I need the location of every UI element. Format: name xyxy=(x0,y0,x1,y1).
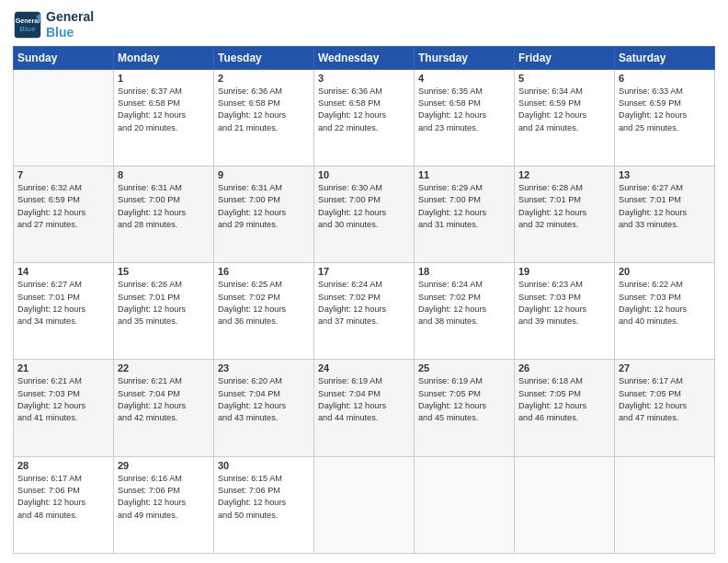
day-number: 14 xyxy=(17,266,109,277)
day-info: Sunrise: 6:21 AM Sunset: 7:03 PM Dayligh… xyxy=(17,375,109,424)
day-number: 5 xyxy=(518,73,610,84)
calendar-week-1: 1Sunrise: 6:37 AM Sunset: 6:58 PM Daylig… xyxy=(14,69,715,166)
calendar-cell: 5Sunrise: 6:34 AM Sunset: 6:59 PM Daylig… xyxy=(515,69,615,166)
calendar-cell: 19Sunrise: 6:23 AM Sunset: 7:03 PM Dayli… xyxy=(515,263,615,360)
day-number: 24 xyxy=(318,362,410,373)
day-number: 12 xyxy=(518,169,610,180)
day-number: 27 xyxy=(619,362,711,373)
calendar-cell: 9Sunrise: 6:31 AM Sunset: 7:00 PM Daylig… xyxy=(214,166,314,262)
calendar-cell: 22Sunrise: 6:21 AM Sunset: 7:04 PM Dayli… xyxy=(114,360,214,456)
header: General Blue General Blue xyxy=(13,9,715,40)
day-info: Sunrise: 6:15 AM Sunset: 7:06 PM Dayligh… xyxy=(218,473,310,522)
day-number: 7 xyxy=(17,169,109,180)
calendar-cell: 4Sunrise: 6:35 AM Sunset: 6:58 PM Daylig… xyxy=(415,69,515,166)
calendar-cell: 30Sunrise: 6:15 AM Sunset: 7:06 PM Dayli… xyxy=(214,456,314,553)
calendar-cell: 29Sunrise: 6:16 AM Sunset: 7:06 PM Dayli… xyxy=(114,456,214,553)
calendar-week-4: 21Sunrise: 6:21 AM Sunset: 7:03 PM Dayli… xyxy=(14,360,715,456)
calendar-week-5: 28Sunrise: 6:17 AM Sunset: 7:06 PM Dayli… xyxy=(14,456,715,553)
calendar-cell: 21Sunrise: 6:21 AM Sunset: 7:03 PM Dayli… xyxy=(14,360,114,456)
calendar-cell: 13Sunrise: 6:27 AM Sunset: 7:01 PM Dayli… xyxy=(615,166,715,262)
calendar-cell: 28Sunrise: 6:17 AM Sunset: 7:06 PM Dayli… xyxy=(14,456,114,553)
calendar-cell xyxy=(314,456,415,553)
calendar-week-2: 7Sunrise: 6:32 AM Sunset: 6:59 PM Daylig… xyxy=(14,166,715,262)
calendar-cell: 1Sunrise: 6:37 AM Sunset: 6:58 PM Daylig… xyxy=(114,69,214,166)
day-info: Sunrise: 6:19 AM Sunset: 7:05 PM Dayligh… xyxy=(418,375,510,424)
day-number: 11 xyxy=(418,169,510,180)
calendar-cell: 12Sunrise: 6:28 AM Sunset: 7:01 PM Dayli… xyxy=(515,166,615,262)
day-info: Sunrise: 6:18 AM Sunset: 7:05 PM Dayligh… xyxy=(518,375,610,424)
calendar-cell: 24Sunrise: 6:19 AM Sunset: 7:04 PM Dayli… xyxy=(314,360,415,456)
day-info: Sunrise: 6:35 AM Sunset: 6:58 PM Dayligh… xyxy=(418,86,510,134)
day-info: Sunrise: 6:30 AM Sunset: 7:00 PM Dayligh… xyxy=(318,182,410,231)
day-info: Sunrise: 6:36 AM Sunset: 6:58 PM Dayligh… xyxy=(218,86,310,134)
calendar-cell: 8Sunrise: 6:31 AM Sunset: 7:00 PM Daylig… xyxy=(114,166,214,262)
calendar-cell: 14Sunrise: 6:27 AM Sunset: 7:01 PM Dayli… xyxy=(14,263,114,360)
logo-icon: General Blue xyxy=(13,10,42,40)
day-info: Sunrise: 6:37 AM Sunset: 6:58 PM Dayligh… xyxy=(118,86,210,134)
day-number: 3 xyxy=(318,73,410,84)
day-info: Sunrise: 6:28 AM Sunset: 7:01 PM Dayligh… xyxy=(518,182,610,231)
day-info: Sunrise: 6:32 AM Sunset: 6:59 PM Dayligh… xyxy=(17,182,109,231)
calendar-cell: 23Sunrise: 6:20 AM Sunset: 7:04 PM Dayli… xyxy=(214,360,314,456)
day-info: Sunrise: 6:19 AM Sunset: 7:04 PM Dayligh… xyxy=(318,375,410,424)
calendar-cell xyxy=(615,456,715,553)
logo: General Blue General Blue xyxy=(13,9,94,40)
calendar-cell: 2Sunrise: 6:36 AM Sunset: 6:58 PM Daylig… xyxy=(214,69,314,166)
calendar-cell: 15Sunrise: 6:26 AM Sunset: 7:01 PM Dayli… xyxy=(114,263,214,360)
day-info: Sunrise: 6:31 AM Sunset: 7:00 PM Dayligh… xyxy=(218,182,310,231)
day-number: 2 xyxy=(218,73,310,84)
day-info: Sunrise: 6:23 AM Sunset: 7:03 PM Dayligh… xyxy=(518,279,610,327)
day-number: 15 xyxy=(118,266,210,277)
day-info: Sunrise: 6:21 AM Sunset: 7:04 PM Dayligh… xyxy=(118,375,210,424)
day-number: 23 xyxy=(218,362,310,373)
calendar-table: SundayMondayTuesdayWednesdayThursdayFrid… xyxy=(13,46,715,554)
day-number: 6 xyxy=(619,73,711,84)
day-number: 16 xyxy=(218,266,310,277)
day-info: Sunrise: 6:24 AM Sunset: 7:02 PM Dayligh… xyxy=(418,279,510,327)
day-info: Sunrise: 6:27 AM Sunset: 7:01 PM Dayligh… xyxy=(17,279,109,327)
calendar-cell: 16Sunrise: 6:25 AM Sunset: 7:02 PM Dayli… xyxy=(214,263,314,360)
weekday-header-sunday: Sunday xyxy=(14,46,114,69)
day-info: Sunrise: 6:29 AM Sunset: 7:00 PM Dayligh… xyxy=(418,182,510,231)
day-number: 1 xyxy=(118,73,210,84)
logo-text: General Blue xyxy=(46,9,94,40)
day-info: Sunrise: 6:26 AM Sunset: 7:01 PM Dayligh… xyxy=(118,279,210,327)
calendar-cell: 27Sunrise: 6:17 AM Sunset: 7:05 PM Dayli… xyxy=(615,360,715,456)
calendar-cell: 18Sunrise: 6:24 AM Sunset: 7:02 PM Dayli… xyxy=(415,263,515,360)
day-info: Sunrise: 6:20 AM Sunset: 7:04 PM Dayligh… xyxy=(218,375,310,424)
calendar-cell: 7Sunrise: 6:32 AM Sunset: 6:59 PM Daylig… xyxy=(14,166,114,262)
calendar-cell xyxy=(515,456,615,553)
calendar-cell: 3Sunrise: 6:36 AM Sunset: 6:58 PM Daylig… xyxy=(314,69,415,166)
weekday-header-monday: Monday xyxy=(114,46,214,69)
day-number: 25 xyxy=(418,362,510,373)
day-info: Sunrise: 6:16 AM Sunset: 7:06 PM Dayligh… xyxy=(118,473,210,522)
day-number: 22 xyxy=(118,362,210,373)
weekday-header-saturday: Saturday xyxy=(615,46,715,69)
day-number: 18 xyxy=(418,266,510,277)
day-info: Sunrise: 6:22 AM Sunset: 7:03 PM Dayligh… xyxy=(619,279,711,327)
day-info: Sunrise: 6:36 AM Sunset: 6:58 PM Dayligh… xyxy=(318,86,410,134)
day-number: 29 xyxy=(118,460,210,471)
day-number: 10 xyxy=(318,169,410,180)
day-number: 21 xyxy=(17,362,109,373)
calendar-cell xyxy=(415,456,515,553)
weekday-header-friday: Friday xyxy=(515,46,615,69)
calendar-cell: 10Sunrise: 6:30 AM Sunset: 7:00 PM Dayli… xyxy=(314,166,415,262)
day-number: 19 xyxy=(518,266,610,277)
day-info: Sunrise: 6:33 AM Sunset: 6:59 PM Dayligh… xyxy=(619,86,711,134)
day-number: 30 xyxy=(218,460,310,471)
day-number: 4 xyxy=(418,73,510,84)
svg-text:Blue: Blue xyxy=(19,25,36,33)
svg-text:General: General xyxy=(16,17,40,25)
day-info: Sunrise: 6:27 AM Sunset: 7:01 PM Dayligh… xyxy=(619,182,711,231)
calendar-cell: 25Sunrise: 6:19 AM Sunset: 7:05 PM Dayli… xyxy=(415,360,515,456)
day-info: Sunrise: 6:17 AM Sunset: 7:06 PM Dayligh… xyxy=(17,473,109,522)
weekday-header-thursday: Thursday xyxy=(415,46,515,69)
day-info: Sunrise: 6:17 AM Sunset: 7:05 PM Dayligh… xyxy=(619,375,711,424)
day-info: Sunrise: 6:24 AM Sunset: 7:02 PM Dayligh… xyxy=(318,279,410,327)
day-info: Sunrise: 6:25 AM Sunset: 7:02 PM Dayligh… xyxy=(218,279,310,327)
weekday-header-wednesday: Wednesday xyxy=(314,46,415,69)
calendar-cell: 6Sunrise: 6:33 AM Sunset: 6:59 PM Daylig… xyxy=(615,69,715,166)
calendar-cell: 26Sunrise: 6:18 AM Sunset: 7:05 PM Dayli… xyxy=(515,360,615,456)
day-number: 8 xyxy=(118,169,210,180)
